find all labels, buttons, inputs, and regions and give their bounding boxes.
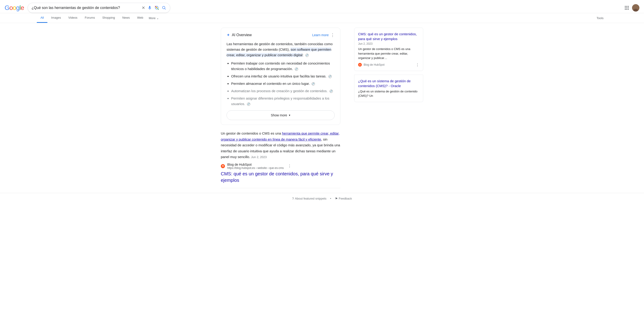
- svg-rect-5: [628, 6, 629, 7]
- right-card-1-favicon: H: [358, 63, 362, 67]
- right-card-1-site-name: Blog de HubSpot: [364, 63, 384, 66]
- right-card-2-snippet: ¿Qué es un sistema de gestión de conteni…: [358, 89, 419, 98]
- ai-overview-actions: Learn more ⋮: [312, 33, 335, 38]
- right-card-2-title[interactable]: ¿Qué es un sistema de gestión de conteni…: [358, 79, 419, 88]
- site-name: Blog de HubSpot: [227, 163, 284, 166]
- right-card-1-date: Jun 2, 2023: [358, 42, 419, 45]
- right-column: CMS: qué es un gestor de contenidos, par…: [354, 28, 423, 188]
- link-icon-1[interactable]: [306, 54, 309, 57]
- left-column: ✦ AI Overview Learn more ⋮ Las herramien…: [221, 28, 340, 188]
- svg-rect-9: [625, 9, 626, 10]
- search-input[interactable]: [32, 6, 140, 10]
- tab-web[interactable]: Web: [134, 13, 147, 23]
- search-button[interactable]: [162, 6, 166, 10]
- about-snippets-link[interactable]: ? About featured snippets: [292, 197, 326, 201]
- favicon-letter: H: [222, 165, 224, 167]
- right-card-1-snippet: Un gestor de contenidos o CMS es una her…: [358, 47, 419, 60]
- google-logo-area[interactable]: Google: [4, 4, 24, 12]
- bullet-3: Permiten almacenar el contenido en un ún…: [231, 81, 335, 86]
- right-card-2[interactable]: ¿Qué es un sistema de gestión de conteni…: [354, 75, 423, 102]
- svg-rect-10: [626, 9, 627, 10]
- bullet-5-text: Permiten asignar diferentes privilegios …: [231, 96, 329, 106]
- chevron-down-icon: ▾: [289, 114, 290, 117]
- clear-button[interactable]: ✕: [142, 5, 145, 10]
- apps-icon: [624, 5, 629, 10]
- show-more-label: Show more: [271, 113, 287, 117]
- bullet-4: Automatizan los procesos de creación y g…: [231, 88, 335, 94]
- right-card-1-menu[interactable]: ⋮: [416, 63, 419, 67]
- ai-overview: ✦ AI Overview Learn more ⋮ Las herramien…: [221, 28, 340, 125]
- apps-button[interactable]: [624, 5, 629, 10]
- more-label: More: [149, 16, 156, 20]
- lens-icon: [154, 5, 160, 10]
- tab-news[interactable]: News: [119, 13, 134, 23]
- bullet-1: Permiten trabajar con contenido sin nece…: [231, 61, 335, 72]
- link-icon-bullet-2[interactable]: [328, 75, 332, 78]
- main-result-section: Un gestor de contenidos o CMS es una her…: [221, 130, 340, 188]
- lens-button[interactable]: [154, 5, 160, 10]
- right-favicon-letter-1: H: [359, 64, 361, 66]
- svg-rect-3: [625, 6, 626, 7]
- bullet-2: Ofrecen una interfaz de usuario intuitiv…: [231, 74, 335, 79]
- ai-overview-header: ✦ AI Overview Learn more ⋮: [226, 33, 335, 38]
- site-info: H Blog de HubSpot https://blog.hubspot.e…: [221, 163, 340, 170]
- svg-rect-6: [625, 7, 626, 8]
- show-more-button[interactable]: Show more ▾: [226, 110, 335, 120]
- result-text-before: Un gestor de contenidos o CMS es una: [221, 131, 282, 135]
- tools-button[interactable]: Tools: [593, 14, 607, 23]
- site-favicon: H: [221, 164, 225, 168]
- ai-overview-intro-text: Las herramientas de gestión de contenido…: [226, 41, 335, 58]
- mic-button[interactable]: [148, 6, 152, 10]
- header: Google ✕: [0, 0, 644, 13]
- result-menu-button[interactable]: ⋮: [288, 164, 292, 168]
- search-icon: [162, 6, 166, 10]
- tab-all[interactable]: All: [37, 13, 48, 23]
- ai-overview-menu-button[interactable]: ⋮: [330, 33, 335, 38]
- tab-shopping[interactable]: Shopping: [99, 13, 119, 23]
- right-card-1-title[interactable]: CMS: qué es un gestor de contenidos, par…: [358, 32, 419, 41]
- feedback-link[interactable]: ⚑ Feedback: [335, 197, 352, 201]
- bullet-5: Permiten asignar diferentes privilegios …: [231, 96, 335, 107]
- more-button[interactable]: More ⌄: [147, 14, 161, 23]
- mic-icon: [148, 6, 152, 10]
- svg-rect-4: [626, 6, 627, 7]
- svg-rect-11: [628, 9, 629, 10]
- tab-images[interactable]: Images: [48, 13, 65, 23]
- ai-bullets-list: Permiten trabajar con contenido sin nece…: [231, 61, 335, 107]
- google-logo[interactable]: Google: [4, 4, 24, 12]
- learn-more-button[interactable]: Learn more: [312, 33, 329, 37]
- search-bar[interactable]: ✕: [28, 3, 170, 13]
- right-card-1[interactable]: CMS: qué es un gestor de contenidos, par…: [354, 28, 423, 71]
- bullet-3-text: Permiten almacenar el contenido en un ún…: [231, 82, 310, 85]
- link-icon-bullet-5[interactable]: [247, 103, 250, 106]
- chevron-down-icon: ⌄: [156, 16, 159, 20]
- search-icon-group: ✕: [142, 5, 166, 10]
- link-icon-bullet-1[interactable]: [295, 68, 298, 71]
- question-icon: ?: [292, 197, 294, 201]
- link-icon-bullet-3[interactable]: [312, 82, 315, 85]
- footer-separator-dot: •: [330, 197, 331, 200]
- bullet-4-text: Automatizan los procesos de creación y g…: [231, 89, 328, 93]
- site-details: Blog de HubSpot https://blog.hubspot.es …: [227, 163, 284, 170]
- svg-point-1: [156, 7, 158, 8]
- right-card-1-site: H Blog de HubSpot ⋮: [358, 63, 419, 67]
- feedback-icon: ⚑: [335, 197, 338, 201]
- svg-rect-7: [626, 7, 627, 8]
- about-snippets-label: About featured snippets: [295, 197, 326, 200]
- site-url: https://blog.hubspot.es › website › que-…: [227, 166, 284, 170]
- result-body-text: Un gestor de contenidos o CMS es una her…: [221, 130, 340, 160]
- main-content: ✦ AI Overview Learn more ⋮ Las herramien…: [184, 23, 460, 188]
- result-link[interactable]: CMS: qué es un gestor de contenidos, par…: [221, 171, 333, 183]
- header-right: [624, 4, 640, 12]
- feedback-label: Feedback: [339, 197, 352, 200]
- link-icon-bullet-4[interactable]: [330, 90, 333, 93]
- ai-overview-label: AI Overview: [232, 33, 252, 37]
- user-avatar[interactable]: [632, 4, 640, 12]
- svg-point-12: [634, 6, 637, 8]
- ai-overview-body: Las herramientas de gestión de contenido…: [226, 41, 335, 120]
- tab-forums[interactable]: Forums: [81, 13, 99, 23]
- bullet-2-text: Ofrecen una interfaz de usuario intuitiv…: [231, 74, 326, 78]
- svg-point-13: [634, 9, 638, 12]
- tab-videos[interactable]: Videos: [65, 13, 81, 23]
- ai-star-icon: ✦: [226, 33, 230, 38]
